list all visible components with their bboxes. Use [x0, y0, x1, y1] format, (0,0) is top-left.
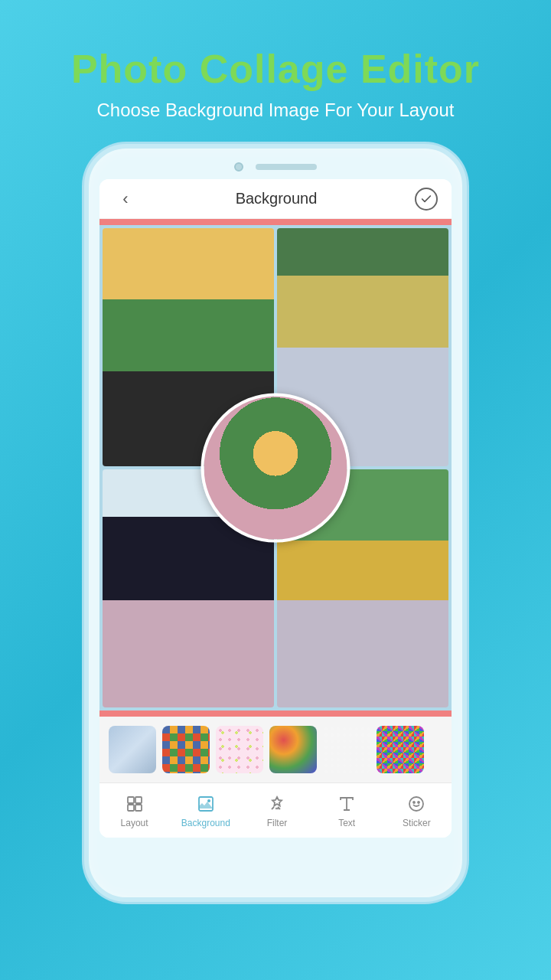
- phone-camera: [234, 162, 243, 172]
- nav-item-background[interactable]: Background: [181, 793, 230, 828]
- screen-title: Background: [236, 190, 318, 207]
- phone-screen: ‹ Background: [99, 179, 452, 838]
- circle-center-photo[interactable]: [201, 394, 350, 543]
- svg-point-8: [418, 802, 419, 803]
- collage-area: [99, 225, 452, 710]
- background-icon: [195, 793, 217, 815]
- svg-point-7: [413, 802, 415, 803]
- top-accent-bar: [99, 219, 452, 225]
- texture-thumb-5[interactable]: [323, 726, 370, 773]
- texture-row: [99, 717, 452, 782]
- layout-label: Layout: [121, 818, 148, 828]
- filter-icon: [266, 793, 288, 815]
- texture-thumb-2[interactable]: [162, 726, 210, 773]
- texture-thumb-1[interactable]: [109, 726, 156, 773]
- sticker-icon: [406, 793, 427, 815]
- text-label: Text: [338, 818, 355, 828]
- filter-label: Filter: [267, 818, 288, 828]
- bottom-accent-bar: [99, 710, 452, 717]
- app-subtitle: Choose Background Image For Your Layout: [97, 100, 455, 121]
- svg-rect-0: [128, 797, 134, 803]
- app-title: Photo Collage Editor: [71, 46, 480, 92]
- svg-point-5: [207, 799, 210, 802]
- texture-thumb-3[interactable]: [216, 726, 263, 773]
- phone-frame: ‹ Background: [84, 144, 467, 902]
- nav-item-filter[interactable]: Filter: [254, 793, 300, 828]
- svg-rect-1: [135, 797, 142, 803]
- phone-speaker: [256, 164, 317, 170]
- svg-rect-2: [128, 805, 134, 811]
- back-button[interactable]: ‹: [113, 189, 138, 209]
- svg-rect-3: [135, 805, 142, 811]
- nav-item-text[interactable]: Text: [324, 793, 370, 828]
- bottom-nav: Layout Background: [99, 782, 452, 838]
- confirm-button[interactable]: [415, 188, 438, 211]
- sticker-label: Sticker: [403, 818, 431, 828]
- nav-item-layout[interactable]: Layout: [112, 793, 158, 828]
- phone-top-bar: [89, 149, 462, 179]
- svg-point-6: [409, 797, 423, 811]
- text-icon: [336, 793, 357, 815]
- nav-item-sticker[interactable]: Sticker: [393, 793, 439, 828]
- texture-thumb-4[interactable]: [269, 726, 317, 773]
- background-label: Background: [181, 818, 230, 828]
- screen-header: ‹ Background: [99, 179, 452, 219]
- layout-icon: [124, 793, 145, 815]
- texture-thumb-6[interactable]: [377, 726, 424, 773]
